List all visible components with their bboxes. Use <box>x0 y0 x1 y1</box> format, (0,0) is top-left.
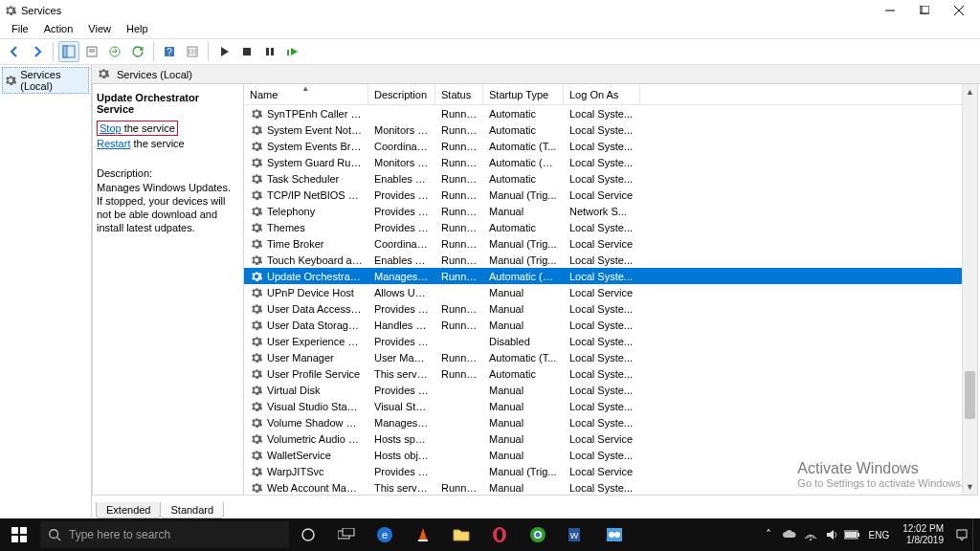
scroll-up-icon[interactable]: ▲ <box>963 84 977 99</box>
service-description: This service ... <box>368 482 435 494</box>
menu-view[interactable]: View <box>80 21 119 38</box>
menu-action[interactable]: Action <box>36 21 81 38</box>
cortana-button[interactable] <box>289 518 327 551</box>
service-startup: Manual <box>483 320 564 331</box>
service-startup: Automatic (D... <box>483 271 564 282</box>
column-name[interactable]: ▴Name <box>244 84 368 104</box>
tabs: Extended Standard <box>92 497 980 518</box>
stop-service-button[interactable] <box>236 41 257 62</box>
show-desktop-button[interactable] <box>972 518 978 551</box>
column-status[interactable]: Status <box>435 84 483 104</box>
service-row[interactable]: TelephonyProvides Tel...RunningManualNet… <box>244 203 977 219</box>
service-row[interactable]: Volume Shadow CopyManages an...ManualLoc… <box>244 414 977 430</box>
service-row[interactable]: Task SchedulerEnables a us...RunningAuto… <box>244 170 977 187</box>
service-startup: Disabled <box>483 336 564 347</box>
service-row[interactable]: Visual Studio Standard Coll...Visual Stu… <box>244 398 977 414</box>
scrollbar-thumb[interactable] <box>965 371 975 419</box>
service-name: Volume Shadow Copy <box>267 417 363 429</box>
service-startup: Manual <box>483 482 564 494</box>
svg-text:e: e <box>382 529 388 540</box>
gear-icon <box>250 449 263 462</box>
gear-icon <box>250 416 263 430</box>
maximize-button[interactable] <box>907 0 942 21</box>
tray-battery-icon[interactable] <box>842 518 863 551</box>
column-logon[interactable]: Log On As <box>564 84 640 104</box>
column-startup[interactable]: Startup Type <box>483 84 564 104</box>
service-row[interactable]: User Data Access_fee91aProvides ap...Run… <box>244 300 977 317</box>
tray-notifications-icon[interactable] <box>951 518 972 551</box>
help-button[interactable]: ? <box>159 41 180 62</box>
service-status: Running <box>435 368 483 380</box>
service-name: System Event Notification S... <box>267 124 363 136</box>
pause-service-button[interactable] <box>259 41 280 62</box>
service-row[interactable]: System Event Notification S...Monitors s… <box>244 121 977 138</box>
menu-help[interactable]: Help <box>119 21 156 38</box>
extra-button[interactable] <box>182 41 203 62</box>
menu-file[interactable]: File <box>4 21 36 38</box>
start-button[interactable] <box>0 518 38 551</box>
gear-icon <box>250 140 263 153</box>
task-view-button[interactable] <box>327 518 366 551</box>
service-row[interactable]: User Profile ServiceThis service ...Runn… <box>244 365 977 382</box>
tray-show-hidden-icon[interactable]: ˄ <box>758 518 779 551</box>
tray-volume-icon[interactable] <box>821 518 842 551</box>
taskbar-search[interactable]: Type here to search <box>40 521 289 548</box>
tab-standard[interactable]: Standard <box>160 502 224 518</box>
service-logon: Local Syste... <box>564 417 640 429</box>
service-description: Monitors sy... <box>368 124 435 136</box>
service-row[interactable]: Time BrokerCoordinates...RunningManual (… <box>244 235 977 252</box>
service-description: This service ... <box>368 368 435 380</box>
stop-service-link[interactable]: Stop <box>100 122 122 134</box>
service-row[interactable]: Virtual DiskProvides m...ManualLocal Sys… <box>244 382 977 398</box>
service-name: UPnP Device Host <box>267 287 354 298</box>
taskbar-app-explorer[interactable] <box>442 518 480 551</box>
service-row[interactable]: Update Orchestrator ServiceManages W...R… <box>244 268 977 284</box>
service-logon: Network S... <box>564 206 640 217</box>
separator <box>208 42 209 61</box>
restart-service-button[interactable] <box>282 41 303 62</box>
svg-rect-15 <box>271 48 274 55</box>
column-description[interactable]: Description <box>368 84 435 104</box>
service-name: WalletService <box>267 450 331 461</box>
tray-clock[interactable]: 12:02 PM 1/8/2019 <box>895 523 951 546</box>
service-row[interactable]: Volumetric Audio Composit...Hosts spatia… <box>244 430 977 447</box>
properties-button[interactable] <box>81 41 102 62</box>
nav-services-local[interactable]: Services (Local) <box>2 67 89 94</box>
gear-icon <box>250 205 263 218</box>
taskbar-app-vlc[interactable] <box>404 518 442 551</box>
back-button[interactable] <box>4 41 25 62</box>
service-row[interactable]: SynTPEnh Caller ServiceRunningAutomaticL… <box>244 105 977 121</box>
refresh-button[interactable] <box>127 41 148 62</box>
taskbar-app-edge[interactable]: e <box>366 518 404 551</box>
export-list-button[interactable] <box>104 41 125 62</box>
service-row[interactable]: UPnP Device HostAllows UPn...ManualLocal… <box>244 284 977 300</box>
service-row[interactable]: User Experience Virtualizatio...Provides… <box>244 333 977 349</box>
show-hide-tree-button[interactable] <box>58 41 79 62</box>
tab-extended[interactable]: Extended <box>96 502 161 518</box>
minimize-button[interactable] <box>873 0 907 21</box>
service-row[interactable]: User ManagerUser Manag...RunningAutomati… <box>244 349 977 365</box>
service-row[interactable]: TCP/IP NetBIOS HelperProvides su...Runni… <box>244 187 977 203</box>
scroll-down-icon[interactable]: ▼ <box>963 479 977 495</box>
start-service-button[interactable] <box>213 41 234 62</box>
tray-network-icon[interactable] <box>800 518 821 551</box>
service-row[interactable]: User Data Storage_fee91aHandles sto...Ru… <box>244 317 977 333</box>
taskbar-app-opera[interactable] <box>480 518 519 551</box>
service-row[interactable]: System Events BrokerCoordinates...Runnin… <box>244 138 977 154</box>
taskbar-app-word[interactable]: W <box>557 518 595 551</box>
gear-icon <box>250 351 263 364</box>
forward-button[interactable] <box>27 41 48 62</box>
tray-onedrive-icon[interactable] <box>779 518 800 551</box>
tray-language[interactable]: ENG <box>863 530 896 540</box>
service-row[interactable]: Touch Keyboard and Hand...Enables Tou...… <box>244 252 977 268</box>
vertical-scrollbar[interactable]: ▲ ▼ <box>962 84 977 495</box>
service-row[interactable]: ThemesProvides us...RunningAutomaticLoca… <box>244 219 977 235</box>
taskbar-app-services[interactable] <box>595 518 634 551</box>
service-startup: Manual (Trig... <box>483 238 564 250</box>
gear-icon <box>250 221 263 234</box>
service-logon: Local Service <box>564 189 640 201</box>
restart-service-link[interactable]: Restart <box>97 138 130 149</box>
close-button[interactable] <box>942 0 976 21</box>
service-row[interactable]: System Guard Runtime Mo...Monitors an...… <box>244 154 977 170</box>
taskbar-app-chrome[interactable] <box>519 518 557 551</box>
